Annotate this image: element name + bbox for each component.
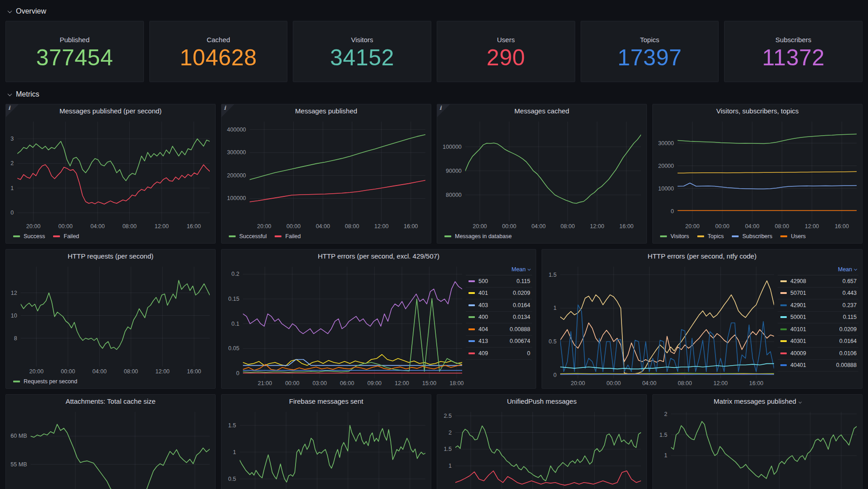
panel-title[interactable]: Attachments: Total cache size [6,395,215,408]
legend-swatch [780,328,787,330]
legend-mean-header[interactable]: Mean [466,264,532,275]
chart-legend: Requests per second [8,376,213,387]
chart-row-3: Attachments: Total cache size 55 MB60 MB… [5,394,863,489]
panel-title[interactable]: Messages published [222,104,431,118]
legend-table: Mean429080.657507010.443429010.237500010… [778,263,860,387]
series-line-Messages in database [465,135,641,203]
info-icon[interactable]: i [437,104,450,117]
legend-row-50701[interactable]: 507010.443 [778,288,858,300]
legend-row-42901[interactable]: 429010.237 [778,299,858,312]
panel-title[interactable]: Messages published (per second) [6,104,215,118]
panel-title[interactable]: UnifiedPush messages [437,395,646,408]
stat-title[interactable]: Visitors [351,36,373,44]
legend-item-users[interactable]: Users [780,233,806,240]
svg-text:00:00: 00:00 [59,223,73,230]
legend-row-50001[interactable]: 500010.115 [778,312,858,324]
legend-mean-value: 0.115 [843,314,858,320]
svg-text:20:00: 20:00 [686,223,700,230]
chart-canvas[interactable]: 11.52 [655,408,860,489]
chart-canvas[interactable]: 00.511.520:0000:0004:0008:0012:0016:00 [544,263,778,387]
panel-title[interactable]: HTTP requests (per second) [6,249,215,263]
info-icon[interactable]: i [222,104,234,117]
panel-title[interactable]: Visitors, subscribers, topics [653,104,862,118]
legend-row-500[interactable]: 5000.115 [466,275,532,288]
section-metrics[interactable]: Metrics [8,88,863,100]
chart-plot[interactable]: 00.050.10.150.221:0000:0003:0006:0009:00… [223,263,466,387]
svg-text:2: 2 [10,160,14,166]
panel-title[interactable]: Firebase messages sent [222,395,431,408]
chevron-down-icon [8,9,12,13]
panel-title[interactable]: Matrix messages published [653,395,862,408]
chevron-down-icon [854,267,857,270]
svg-text:80000: 80000 [446,192,462,198]
svg-text:00:00: 00:00 [502,223,516,230]
stat-title[interactable]: Users [497,36,515,44]
legend-series-label: 413 [478,338,488,344]
svg-text:2.5: 2.5 [444,413,452,419]
chart-canvas[interactable]: 0.511.5 [223,408,429,489]
chart-plot[interactable]: 8101220:0000:0004:0008:0012:0016:00 [8,263,213,376]
legend-item-topics[interactable]: Topics [697,233,724,240]
chart-plot[interactable]: 0.511.5 [223,408,429,489]
chart-plot[interactable]: 55 MB60 MB [8,408,213,489]
chart-plot[interactable]: 11.52 [655,408,860,489]
legend-row-409[interactable]: 4090 [466,347,532,360]
legend-row-40101[interactable]: 401010.0209 [778,323,858,336]
chart-canvas[interactable]: 55 MB60 MB [8,408,213,489]
legend-item-failed[interactable]: Failed [275,233,301,240]
chart-canvas[interactable]: 11.522.5 [439,408,645,489]
panel-title[interactable]: HTTP errors (per second, excl. 429/507) [222,249,536,263]
svg-text:20:00: 20:00 [257,223,271,230]
legend-mean-label: Mean [838,266,852,273]
chart-canvas[interactable]: 010000200003000020:0000:0004:0008:0012:0… [655,118,860,230]
svg-text:1.5: 1.5 [549,272,557,278]
chart-plot[interactable]: 11.522.5 [439,408,645,489]
legend-item-messages-in-database[interactable]: Messages in database [444,233,512,240]
legend-item-success[interactable]: Success [13,233,45,240]
legend-row-413[interactable]: 4130.00674 [466,336,532,348]
legend-row-401[interactable]: 4010.0209 [466,288,532,300]
legend-item-successful[interactable]: Successful [229,233,266,240]
panel-visitors-subscribers-topics: Visitors, subscribers, topics 0100002000… [652,104,863,244]
stat-title[interactable]: Subscribers [775,36,811,44]
legend-item-visitors[interactable]: Visitors [660,233,689,240]
legend-swatch [469,304,475,306]
chart-canvas[interactable]: 012320:0000:0004:0008:0012:0016:00 [8,118,213,230]
chart-canvas[interactable]: 800009000010000020:0000:0004:0008:0012:0… [439,118,645,230]
legend-item-subscribers[interactable]: Subscribers [732,233,772,240]
legend-item-failed[interactable]: Failed [53,233,79,240]
legend-row-42908[interactable]: 429080.657 [778,275,858,288]
legend-row-404[interactable]: 4040.00888 [466,323,532,336]
legend-row-403[interactable]: 4030.0164 [466,299,532,312]
panel-attachments-cache-size: Attachments: Total cache size 55 MB60 MB [5,394,216,489]
chart-plot[interactable]: 800009000010000020:0000:0004:0008:0012:0… [439,118,645,230]
svg-text:30000: 30000 [658,140,674,147]
stat-title[interactable]: Cached [207,36,230,44]
chart-canvas[interactable]: 8101220:0000:0004:0008:0012:0016:00 [8,263,213,376]
legend-item-requests-per-second[interactable]: Requests per second [13,378,77,385]
stat-title[interactable]: Topics [640,36,660,44]
chart-plot[interactable]: 10000020000030000040000020:0000:0004:000… [223,118,429,230]
legend-row-400[interactable]: 4000.0134 [466,312,532,324]
info-icon[interactable]: i [6,104,19,117]
chart-plot[interactable]: 010000200003000020:0000:0004:0008:0012:0… [655,118,860,230]
chart-plot[interactable]: 00.511.520:0000:0004:0008:0012:0016:00 [544,263,778,387]
legend-row-40401[interactable]: 404010.00888 [778,360,858,372]
series-line-42908 [560,281,774,374]
panel-title[interactable]: Messages cached [437,104,646,118]
chart-plot[interactable]: 012320:0000:0004:0008:0012:0016:00 [8,118,213,230]
panel-title[interactable]: HTTP errors (per second, ntfy code) [542,249,862,263]
chart-canvas[interactable]: 10000020000030000040000020:0000:0004:000… [223,118,429,230]
chart-canvas[interactable]: 00.050.10.150.221:0000:0003:0006:0009:00… [223,263,466,387]
legend-row-40301[interactable]: 403010.0164 [778,336,858,348]
svg-text:04:00: 04:00 [90,223,104,230]
legend-mean-header[interactable]: Mean [778,264,858,275]
section-overview[interactable]: Overview [8,5,863,17]
legend-row-40009[interactable]: 400090.0106 [778,347,858,360]
stat-title[interactable]: Published [59,36,89,44]
svg-text:20:00: 20:00 [571,380,585,386]
legend-swatch [229,235,236,237]
panel-messages-published-per-second: i Messages published (per second) 012320… [5,104,216,244]
legend-series-label: 500 [478,278,488,284]
svg-text:10000: 10000 [658,186,674,192]
